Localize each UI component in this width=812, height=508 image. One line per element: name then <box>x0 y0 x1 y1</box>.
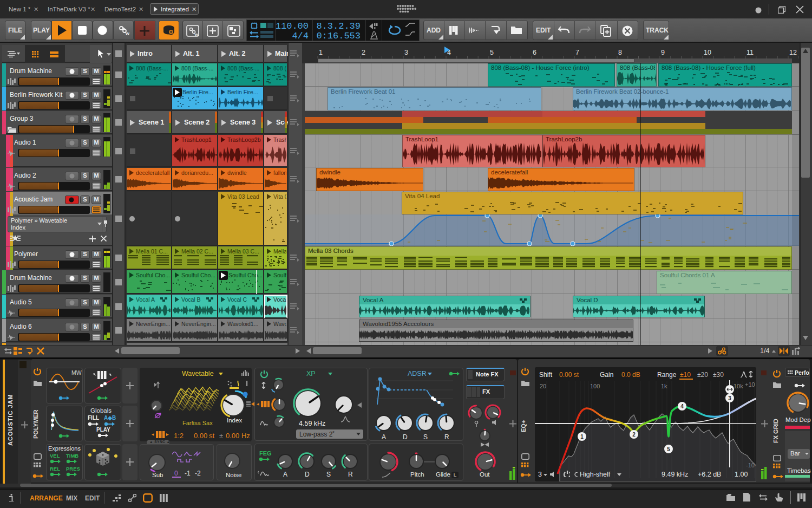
svg-text:4: 4 <box>680 403 684 409</box>
svg-text:w: w <box>125 31 129 36</box>
svg-text:w: w <box>194 32 199 37</box>
svg-text:3: 3 <box>728 395 731 401</box>
svg-text:2: 2 <box>632 432 636 438</box>
svg-text:5: 5 <box>667 446 670 452</box>
svg-text:1: 1 <box>580 434 584 440</box>
